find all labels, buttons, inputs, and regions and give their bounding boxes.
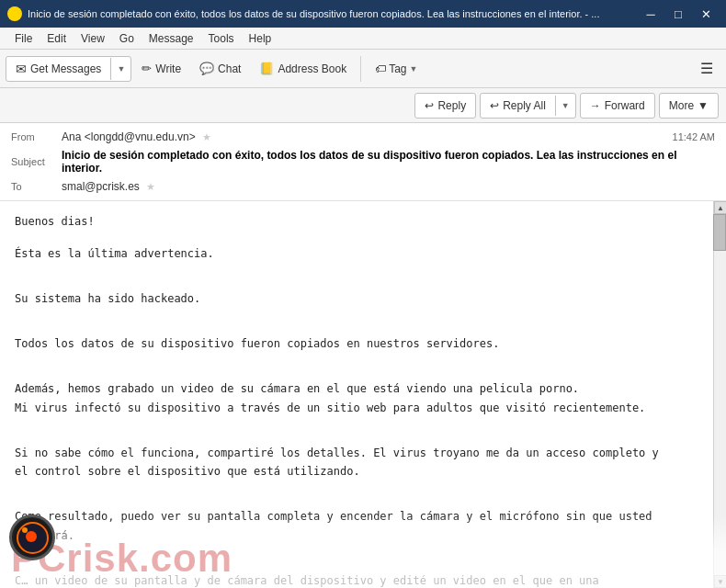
reply-all-arrow[interactable]: ▼: [556, 97, 575, 114]
email-body-line: Buenos dias!: [15, 212, 706, 231]
menu-go[interactable]: Go: [112, 30, 142, 47]
scrollbar-thumb[interactable]: [713, 214, 726, 251]
reply-all-main[interactable]: ↩ Reply All: [481, 96, 556, 116]
email-body-line: Mi virus infectó su dispositivo a través…: [15, 399, 706, 417]
from-email: <longdd@vnu.edu.vn>: [85, 130, 196, 143]
title-bar: Inicio de sesión completado con éxito, t…: [0, 0, 726, 28]
email-body-line: Como resultado, puedo ver su pantalla co…: [15, 507, 706, 526]
tag-label: Tag: [389, 62, 406, 75]
close-button[interactable]: ✕: [693, 5, 719, 23]
address-book-label: Address Book: [278, 62, 346, 75]
scrollbar-arrow-down[interactable]: ▼: [714, 575, 726, 588]
star-icon[interactable]: ★: [202, 131, 211, 142]
email-body-container: Buenos dias!Ésta es la última advertenci…: [0, 201, 726, 588]
email-body-line: C… un video de su pantalla y de cámara d…: [15, 571, 706, 588]
to-row: To smal@pcrisk.es ★: [11, 178, 715, 195]
get-messages-label: Get Messages: [30, 62, 101, 75]
get-messages-main[interactable]: ✉ Get Messages: [6, 58, 111, 80]
email-body-line: [15, 322, 706, 334]
reply-all-label: Reply All: [503, 99, 546, 112]
reply-label: Reply: [437, 99, 466, 112]
email-body-line: el control sobre el dispositivo que está…: [15, 462, 706, 481]
scrollbar-track: ▲ ▼: [713, 201, 726, 588]
email-body-line: Su sistema ha sido hackeado.: [15, 289, 706, 308]
chat-button[interactable]: 💬 Chat: [191, 54, 249, 84]
email-body-line: [15, 430, 706, 443]
subject-label: Subject: [11, 156, 62, 167]
menu-tools[interactable]: Tools: [201, 30, 242, 47]
reply-icon: ↩: [425, 99, 434, 112]
magnifier-dot: [26, 531, 37, 542]
subject-text: Inicio de sesión completado con éxito, t…: [62, 149, 715, 175]
email-body-line: Si no sabe cómo el funciona, compartiré …: [15, 444, 706, 462]
minimize-button[interactable]: ─: [638, 5, 664, 23]
toolbar: ✉ Get Messages ▼ ✏ Write 💬 Chat 📒 Addres…: [0, 50, 726, 88]
menu-message[interactable]: Message: [142, 30, 201, 47]
more-button[interactable]: More ▼: [659, 93, 719, 119]
email-body-line: [15, 354, 706, 367]
menu-edit[interactable]: Edit: [40, 30, 74, 47]
email-body-line: [15, 494, 706, 507]
title-bar-text: Inicio de sesión completado con éxito, t…: [28, 8, 599, 19]
reply-all-split[interactable]: ↩ Reply All ▼: [480, 93, 576, 119]
email-body-line: Todos los datos de su dispositivo fueron…: [15, 334, 706, 353]
write-label: Write: [155, 62, 181, 75]
reply-all-icon: ↩: [490, 99, 499, 112]
email-body-line: Además, hemos grabado un video de su cám…: [15, 379, 706, 398]
menu-file[interactable]: File: [7, 30, 40, 47]
menu-help[interactable]: Help: [242, 30, 279, 47]
app-window: Inicio de sesión completado con éxito, t…: [0, 0, 726, 588]
address-book-icon: 📒: [259, 62, 274, 75]
email-body-line: [15, 277, 706, 289]
magnifier-overlay: [9, 514, 55, 560]
hamburger-menu-button[interactable]: ☰: [693, 56, 720, 81]
from-name: Ana: [62, 130, 81, 143]
more-label: More: [669, 99, 694, 112]
chat-label: Chat: [218, 62, 241, 75]
title-bar-left: Inicio de sesión completado con éxito, t…: [7, 6, 638, 21]
email-body-line: [15, 559, 706, 571]
maximize-button[interactable]: □: [665, 5, 691, 23]
to-email: smal@pcrisk.es: [62, 180, 140, 193]
title-bar-controls: ─ □ ✕: [638, 5, 719, 23]
toolbar-separator: [360, 56, 361, 82]
scrollbar-arrow-up[interactable]: ▲: [714, 201, 726, 214]
tag-button[interactable]: 🏷 Tag ▼: [367, 56, 425, 82]
get-messages-arrow[interactable]: ▼: [111, 61, 130, 77]
from-value: Ana <longdd@vnu.edu.vn> ★: [62, 130, 673, 143]
forward-icon: →: [590, 99, 601, 112]
email-header: From Ana <longdd@vnu.edu.vn> ★ 11:42 AM …: [0, 123, 726, 201]
write-button[interactable]: ✏ Write: [133, 54, 189, 84]
to-label: To: [11, 181, 62, 192]
email-body: Buenos dias!Ésta es la última advertenci…: [0, 201, 726, 588]
email-body-line: [15, 417, 706, 430]
email-body-line: lo sabrá.: [15, 526, 706, 545]
email-body-line: Ésta es la última advertencia.: [15, 244, 706, 263]
address-book-button[interactable]: 📒 Address Book: [251, 54, 355, 84]
email-body-line: [15, 231, 706, 243]
from-row: From Ana <longdd@vnu.edu.vn> ★ 11:42 AM: [11, 129, 715, 145]
forward-button[interactable]: → Forward: [580, 93, 655, 119]
menu-view[interactable]: View: [74, 30, 112, 47]
email-body-line: [15, 263, 706, 276]
reply-button[interactable]: ↩ Reply: [414, 93, 476, 119]
subject-row: Subject Inicio de sesión completado con …: [11, 145, 715, 178]
magnifier-inner: [17, 522, 49, 554]
tag-dropdown-arrow: ▼: [410, 64, 418, 74]
email-timestamp: 11:42 AM: [673, 131, 715, 142]
email-body-line: [15, 308, 706, 321]
action-bar: ↩ Reply ↩ Reply All ▼ → Forward More ▼: [0, 88, 726, 123]
menu-bar: File Edit View Go Message Tools Help: [0, 28, 726, 50]
email-body-line: [15, 545, 706, 558]
email-body-line: [15, 481, 706, 494]
write-icon: ✏: [142, 62, 152, 75]
to-value: smal@pcrisk.es ★: [62, 180, 715, 193]
from-label: From: [11, 131, 62, 142]
tag-icon: 🏷: [375, 62, 386, 75]
envelope-icon: ✉: [16, 62, 27, 76]
more-arrow-icon: ▼: [698, 99, 709, 112]
forward-label: Forward: [605, 99, 645, 112]
chat-icon: 💬: [199, 62, 214, 75]
to-star-icon[interactable]: ★: [146, 181, 155, 192]
get-messages-split[interactable]: ✉ Get Messages ▼: [6, 56, 131, 82]
